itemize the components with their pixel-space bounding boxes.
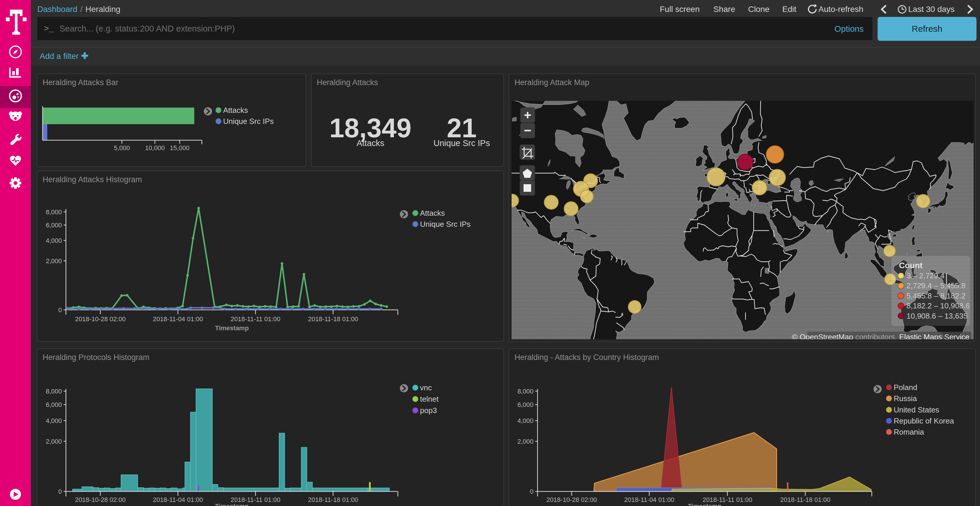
svg-text:2018-11-04 01:00: 2018-11-04 01:00 (153, 496, 203, 503)
svg-text:10,908.6 – 13,635: 10,908.6 – 13,635 (907, 312, 968, 320)
svg-text:0: 0 (58, 488, 62, 495)
svg-text:6,000: 6,000 (46, 222, 62, 229)
svg-text:2018-10-28 02:00: 2018-10-28 02:00 (75, 496, 126, 503)
svg-text:Timestamp: Timestamp (215, 503, 249, 506)
svg-text:Republic of Korea: Republic of Korea (894, 417, 954, 425)
svg-text:8,000: 8,000 (46, 388, 62, 395)
svg-text:2018-10-28 02:00: 2018-10-28 02:00 (546, 496, 597, 503)
svg-text:pop3: pop3 (420, 406, 437, 415)
svg-text:4,000: 4,000 (46, 417, 62, 424)
svg-text:2,000: 2,000 (46, 257, 62, 265)
svg-text:4,000: 4,000 (46, 237, 62, 244)
svg-text:10,000: 10,000 (145, 144, 164, 152)
svg-text:4,000: 4,000 (517, 417, 533, 424)
svg-text:Timestamp: Timestamp (688, 503, 722, 506)
svg-text:United States: United States (894, 405, 939, 414)
svg-text:© OpenStreetMap contributors,: © OpenStreetMap contributors, Elastic Ma… (792, 333, 969, 339)
svg-text:vnc: vnc (420, 383, 432, 392)
svg-text:2018-10-28 02:00: 2018-10-28 02:00 (75, 316, 126, 323)
svg-text:5,000: 5,000 (114, 144, 130, 152)
svg-text:8,000: 8,000 (517, 388, 533, 395)
svg-text:Unique Src IPs: Unique Src IPs (420, 220, 471, 228)
svg-text:Count: Count (899, 261, 923, 270)
svg-text:0: 0 (530, 488, 533, 495)
svg-text:0: 0 (58, 306, 62, 314)
svg-text:Poland: Poland (894, 383, 917, 392)
svg-text:2,000: 2,000 (46, 438, 62, 445)
svg-text:2018-11-04 01:00: 2018-11-04 01:00 (624, 496, 675, 503)
svg-text:5,455.8 – 8,182.2: 5,455.8 – 8,182.2 (907, 292, 966, 300)
svg-text:Russia: Russia (894, 394, 917, 403)
svg-text:Attacks: Attacks (223, 106, 248, 114)
svg-text:2018-11-18 01:00: 2018-11-18 01:00 (780, 496, 830, 503)
svg-text:2018-11-11 01:00: 2018-11-11 01:00 (231, 316, 280, 323)
svg-text:Timestamp: Timestamp (215, 324, 249, 332)
svg-text:8,000: 8,000 (46, 208, 62, 216)
svg-text:Unique Src IPs: Unique Src IPs (223, 117, 274, 125)
svg-text:8,182.2 – 10,908.6: 8,182.2 – 10,908.6 (907, 301, 970, 310)
svg-text:2,729.4 – 5,455.8: 2,729.4 – 5,455.8 (907, 281, 966, 290)
svg-text:2,000: 2,000 (517, 438, 533, 445)
svg-text:6,000: 6,000 (46, 401, 62, 408)
svg-text:3 – 2,729.4: 3 – 2,729.4 (907, 271, 944, 280)
svg-text:Attacks: Attacks (420, 209, 445, 217)
svg-text:telnet: telnet (420, 395, 439, 403)
svg-text:2018-11-18 01:00: 2018-11-18 01:00 (308, 496, 358, 503)
svg-text:6,000: 6,000 (517, 401, 533, 408)
svg-text:2018-11-18 01:00: 2018-11-18 01:00 (308, 316, 358, 323)
svg-text:Romania: Romania (894, 428, 924, 436)
svg-text:15,000: 15,000 (170, 144, 189, 152)
svg-text:2018-11-04 01:00: 2018-11-04 01:00 (153, 316, 203, 323)
